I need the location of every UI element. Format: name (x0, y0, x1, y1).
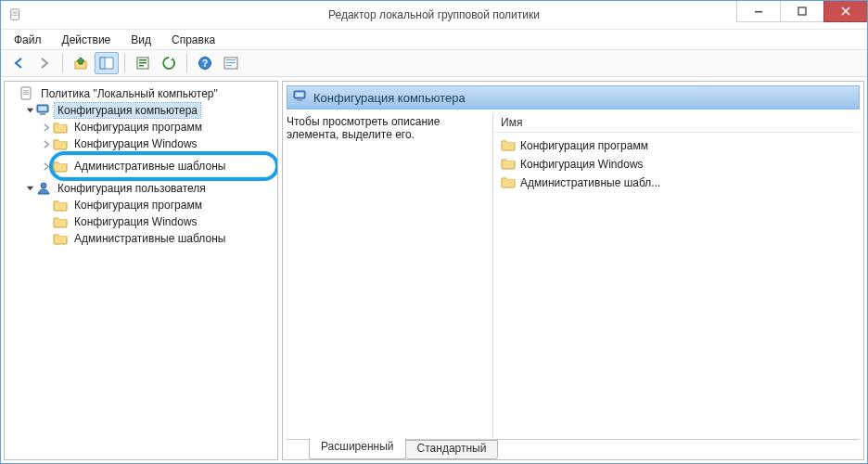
svg-rect-21 (755, 11, 762, 13)
toolbar-separator (186, 54, 187, 72)
forward-button[interactable] (32, 52, 57, 74)
toolbar-separator (124, 54, 125, 72)
tree-computer-config[interactable]: Конфигурация компьютера (23, 102, 275, 119)
detail-columns: Чтобы просмотреть описание элемента, выд… (287, 113, 860, 438)
tree-item-label: Конфигурация Windows (71, 136, 200, 151)
svg-rect-22 (798, 7, 806, 15)
tree-user-admin-templates[interactable]: Административные шаблоны (40, 230, 275, 247)
computer-icon (36, 103, 51, 118)
chevron-down-icon[interactable] (23, 182, 36, 195)
tree-item-label: Административные шаблоны (71, 231, 228, 246)
tab-extended[interactable]: Расширенный (309, 438, 406, 459)
list-item[interactable]: Административные шабл... (501, 174, 860, 192)
tree-computer-config-label: Конфигурация компьютера (55, 103, 200, 118)
menu-action[interactable]: Действие (55, 32, 119, 48)
tree-pane[interactable]: Политика "Локальный компьютер" Конфигура… (4, 81, 278, 460)
main: Политика "Локальный компьютер" Конфигура… (1, 77, 867, 463)
properties-button[interactable] (131, 52, 155, 74)
detail-description: Чтобы просмотреть описание элемента, выд… (287, 113, 493, 438)
menu-help[interactable]: Справка (164, 32, 223, 48)
detail-header: Конфигурация компьютера (287, 85, 860, 110)
tree-root-label: Политика "Локальный компьютер" (38, 86, 221, 101)
tree-computer-windows[interactable]: Конфигурация Windows (40, 135, 275, 152)
list-item-label: Конфигурация Windows (520, 158, 644, 171)
list-item[interactable]: Конфигурация Windows (501, 155, 860, 174)
menu-view[interactable]: Вид (123, 32, 159, 48)
list-item-label: Конфигурация программ (520, 139, 648, 152)
user-icon (36, 181, 51, 196)
up-button[interactable] (69, 52, 93, 74)
window-controls (736, 1, 867, 21)
chevron-right-icon[interactable] (40, 121, 53, 134)
folder-icon (501, 137, 516, 155)
toolbar (1, 50, 867, 77)
detail-header-text: Конфигурация компьютера (313, 91, 466, 105)
menubar: Файл Действие Вид Справка (1, 30, 867, 50)
tree-user-config-label: Конфигурация пользователя (55, 181, 209, 196)
detail-tabs: Расширенный Стандартный (283, 438, 863, 459)
tree-computer-software[interactable]: Конфигурация программ (40, 119, 275, 135)
chevron-right-icon[interactable] (40, 160, 53, 173)
folder-icon (53, 159, 68, 174)
tree-item-label: Конфигурация программ (71, 120, 205, 135)
show-tree-button[interactable] (95, 52, 119, 74)
folder-icon (53, 136, 68, 151)
tree-root[interactable]: Политика "Локальный компьютер" (6, 85, 275, 102)
column-header-name[interactable]: Имя (493, 113, 860, 133)
list-item[interactable]: Конфигурация программ (501, 136, 860, 155)
window: Редактор локальной групповой политики Фа… (0, 0, 868, 464)
detail-pane: Конфигурация компьютера Чтобы просмотрет… (282, 81, 864, 460)
tree-user-config[interactable]: Конфигурация пользователя (23, 180, 275, 197)
chevron-right-icon[interactable] (40, 137, 53, 150)
app-icon (8, 6, 23, 24)
folder-icon (53, 120, 68, 135)
folder-icon (53, 198, 68, 213)
titlebar: Редактор локальной групповой политики (1, 1, 867, 30)
folder-icon (501, 156, 516, 174)
tree-user-windows[interactable]: Конфигурация Windows (40, 213, 275, 230)
tree-item-label: Конфигурация Windows (71, 214, 200, 229)
policy-icon (19, 86, 34, 101)
folder-icon (53, 231, 68, 246)
help-button[interactable] (193, 52, 217, 74)
chevron-down-icon[interactable] (23, 104, 36, 117)
maximize-button[interactable] (780, 1, 823, 22)
folder-icon (501, 174, 516, 192)
filter-button[interactable] (219, 52, 243, 74)
list-item-label: Административные шабл... (520, 176, 660, 189)
tree-item-label: Административные шаблоны (71, 159, 228, 174)
tab-standard[interactable]: Стандартный (405, 440, 499, 459)
minimize-button[interactable] (736, 1, 780, 22)
back-button[interactable] (6, 52, 31, 74)
computer-icon (293, 89, 308, 107)
tree-user-software[interactable]: Конфигурация программ (40, 197, 275, 213)
detail-list: Имя Конфигурация программ Конфигурация W… (493, 113, 860, 438)
tree-item-label: Конфигурация программ (71, 198, 205, 213)
folder-icon (53, 214, 68, 229)
menu-file[interactable]: Файл (6, 32, 49, 48)
close-button[interactable] (823, 1, 867, 22)
toolbar-separator (62, 54, 63, 72)
tree-computer-admin-templates[interactable]: Административные шаблоны (40, 158, 275, 174)
refresh-button[interactable] (157, 52, 181, 74)
